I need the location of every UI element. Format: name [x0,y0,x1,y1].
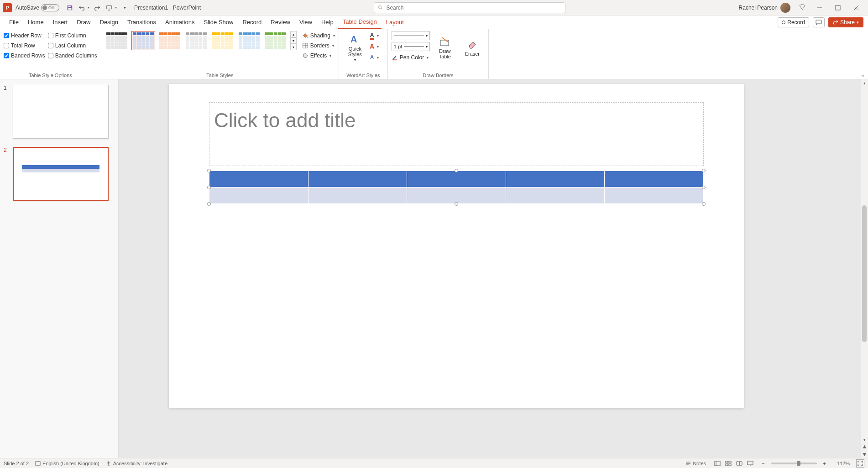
table-style-6[interactable] [264,31,288,50]
table-style-3[interactable] [184,31,208,50]
collapse-ribbon-button[interactable]: ⌄ [861,72,865,78]
slide[interactable]: Click to add title [169,84,744,408]
table-body-row[interactable] [209,187,704,204]
checkbox-last-column[interactable]: Last Column [48,41,97,50]
zoom-slider-thumb[interactable] [797,461,800,466]
scroll-track[interactable] [861,87,868,436]
tab-layout[interactable]: Layout [382,16,408,29]
selection-handle[interactable] [702,202,706,206]
save-button[interactable] [65,3,75,13]
eraser-button[interactable]: Eraser [460,31,485,64]
text-effects-button[interactable]: A▾ [370,53,384,62]
prev-slide-button[interactable]: ⯅ [861,443,868,451]
tab-view[interactable]: View [295,16,317,29]
table-object[interactable] [209,171,704,204]
table-style-4[interactable] [211,31,235,50]
selection-handle[interactable] [207,202,211,206]
gallery-more-button[interactable]: ▾ [290,44,297,50]
normal-view-button[interactable] [712,459,722,468]
checkbox-total-row[interactable]: Total Row [4,41,45,50]
language-button[interactable]: English (United Kingdom) [35,461,99,466]
scroll-down-button[interactable]: ▾ [861,436,868,443]
shading-button[interactable]: Shading ▾ [302,31,335,40]
draw-table-button[interactable]: Draw Table [433,31,457,64]
premium-icon[interactable] [799,3,806,12]
maximize-button[interactable] [829,1,847,15]
table-style-0[interactable] [105,31,129,50]
share-button[interactable]: Share ▾ [828,17,863,27]
thumbnail-panel[interactable]: 1 2 [0,79,119,458]
user-account[interactable]: Rachel Pearson [739,3,790,13]
present-caret-icon[interactable]: ▾ [115,5,117,10]
undo-button[interactable] [77,3,87,13]
selection-handle[interactable] [455,169,458,172]
redo-button[interactable] [92,3,102,13]
tab-table-design[interactable]: Table Design [338,16,382,29]
selection-handle[interactable] [702,169,706,172]
selection-handle[interactable] [702,186,706,189]
zoom-slider[interactable] [771,463,817,464]
title-placeholder[interactable]: Click to add title [209,102,704,166]
table-style-1[interactable] [131,31,155,50]
fit-to-window-button[interactable] [856,459,864,468]
tab-home[interactable]: Home [23,16,48,29]
close-button[interactable] [847,1,865,15]
slide-canvas-area[interactable]: Click to add title ▴ ▾ ⯅ ⯆ [119,79,868,458]
notes-button[interactable]: Notes [685,461,706,466]
selection-handle[interactable] [207,186,211,189]
present-from-start-button[interactable] [104,3,114,13]
tab-slide-show[interactable]: Slide Show [199,16,238,29]
quick-styles-button[interactable]: A Quick Styles ▾ [343,31,367,64]
record-button[interactable]: Record [778,17,809,27]
gallery-scroll-down[interactable]: ▾ [290,37,297,44]
checkbox-header-row[interactable]: Header Row [4,31,45,40]
tab-design[interactable]: Design [95,16,123,29]
tab-file[interactable]: File [5,16,23,29]
tab-review[interactable]: Review [266,16,295,29]
thumbnail-1[interactable] [13,85,109,139]
reading-view-button[interactable] [734,459,744,468]
tab-help[interactable]: Help [317,16,338,29]
pen-color-button[interactable]: Pen Color ▾ [392,53,430,62]
pen-style-select[interactable]: ▾ [392,31,430,40]
search-box[interactable] [374,2,565,13]
accessibility-button[interactable]: Accessibility: Investigate [106,461,167,466]
tab-transitions[interactable]: Transitions [123,16,161,29]
text-fill-button[interactable]: A▾ [370,31,384,40]
search-input[interactable] [386,5,561,11]
undo-caret-icon[interactable]: ▾ [88,5,89,10]
vertical-scrollbar[interactable]: ▴ ▾ ⯅ ⯆ [861,79,868,458]
checkbox-banded-columns[interactable]: Banded Columns [48,51,97,60]
gallery-scroll-up[interactable]: ▴ [290,31,297,37]
scroll-thumb[interactable] [862,205,867,342]
table-header-row[interactable] [209,171,704,187]
slide-sorter-button[interactable] [723,459,733,468]
table-style-5[interactable] [237,31,261,50]
borders-button[interactable]: Borders ▾ [302,41,335,50]
effects-button[interactable]: Effects ▾ [302,51,335,60]
tab-insert[interactable]: Insert [48,16,73,29]
slideshow-view-button[interactable] [745,459,755,468]
zoom-in-button[interactable]: + [823,461,826,466]
checkbox-banded-rows[interactable]: Banded Rows [4,51,45,60]
selection-handle[interactable] [207,169,211,172]
autosave-toggle[interactable]: Off [41,4,59,11]
slide-counter[interactable]: Slide 2 of 2 [4,461,29,466]
customize-qat-button[interactable]: ▾ [120,3,130,13]
table-style-2[interactable] [158,31,182,50]
tab-animations[interactable]: Animations [161,16,199,29]
scroll-up-button[interactable]: ▴ [861,79,868,87]
thumbnail-2[interactable] [13,147,109,201]
next-slide-button[interactable]: ⯆ [861,451,868,458]
tab-draw[interactable]: Draw [72,16,95,29]
checkbox-first-column[interactable]: First Column [48,31,97,40]
tab-record[interactable]: Record [238,16,266,29]
comments-button[interactable] [813,17,825,27]
svg-point-10 [307,36,308,38]
zoom-out-button[interactable]: − [762,461,764,466]
minimize-button[interactable] [810,1,829,15]
pen-weight-select[interactable]: 1 pt ▾ [392,42,430,51]
zoom-percent[interactable]: 112% [832,461,850,466]
selection-handle[interactable] [455,202,458,206]
text-outline-button[interactable]: A▾ [370,42,384,51]
